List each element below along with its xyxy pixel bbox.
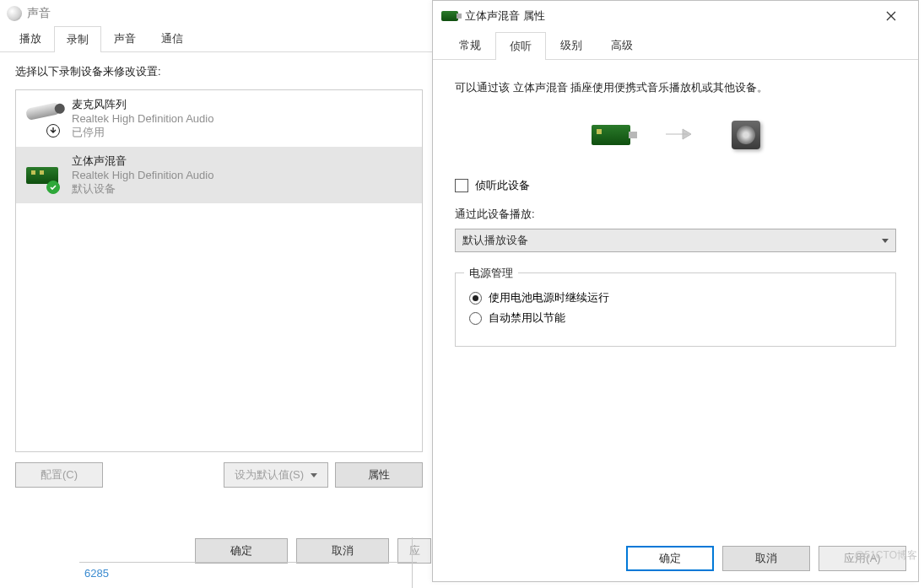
sound-buttons: 配置(C) 设为默认值(S) 属性 [15,462,423,488]
sound-titlebar: 声音 [0,0,438,27]
tab-communications[interactable]: 通信 [149,25,196,51]
stray-number: 6285 [84,567,109,580]
watermark-text: @51CTO博客 [854,548,917,563]
default-badge-icon [46,181,60,194]
play-through-select[interactable]: 默认播放设备 [455,229,896,252]
mic-array-icon [24,100,62,138]
play-through-label: 通过此设备播放: [455,207,896,222]
device-text: 立体声混音 Realtek High Definition Audio 默认设备 [72,154,213,197]
props-tabstrip: 常规 侦听 级别 高级 [433,31,918,60]
device-list[interactable]: 麦克风阵列 Realtek High Definition Audio 已停用 … [15,89,423,452]
listen-checkbox-label: 侦听此设备 [475,178,530,193]
signal-diagram [455,121,896,149]
configure-button[interactable]: 配置(C) [15,462,103,488]
sound-tabstrip: 播放 录制 声音 通信 [0,27,438,52]
device-status: 已停用 [72,125,213,140]
tab-listen[interactable]: 侦听 [495,32,546,60]
tab-levels[interactable]: 级别 [546,31,597,59]
tab-general[interactable]: 常规 [445,31,495,59]
sound-body: 选择以下录制设备来修改设置: 麦克风阵列 Realtek High Defini… [0,52,438,498]
device-desc: Realtek High Definition Audio [72,169,213,181]
listen-checkbox-row[interactable]: 侦听此设备 [455,178,896,193]
properties-button[interactable]: 属性 [335,462,423,488]
divider [412,537,413,588]
device-status: 默认设备 [72,181,213,197]
radio-disable[interactable] [469,312,482,325]
radio-continue-label: 使用电池电源时继续运行 [489,290,609,305]
power-management-legend: 电源管理 [464,266,518,281]
divider [79,562,417,563]
device-name: 立体声混音 [72,154,213,169]
set-default-button[interactable]: 设为默认值(S) [224,462,328,488]
device-item-mic[interactable]: 麦克风阵列 Realtek High Definition Audio 已停用 [16,90,422,147]
radio-disable-label: 自动禁用以节能 [489,310,565,326]
stereo-mix-icon [24,157,62,194]
sound-icon [7,6,22,21]
sound-footer: 确定 取消 应 [195,538,438,564]
tab-advanced[interactable]: 高级 [597,31,647,59]
pcb-card-icon [441,11,458,21]
speaker-icon [732,121,760,149]
sound-title: 声音 [27,6,51,21]
tab-sounds[interactable]: 声音 [101,25,149,51]
cancel-button[interactable]: 取消 [296,538,389,564]
disabled-badge-icon [46,124,60,138]
close-button[interactable] [873,4,910,28]
listen-checkbox[interactable] [455,179,468,192]
ok-button[interactable]: 确定 [626,546,714,571]
arrow-right-icon [664,126,698,145]
device-text: 麦克风阵列 Realtek High Definition Audio 已停用 [72,97,213,140]
sound-card-icon [592,125,630,145]
props-body: 可以通过该 立体声混音 插座使用便携式音乐播放机或其他设备。 侦听此设备 通过此… [433,60,918,524]
props-window: 立体声混音 属性 常规 侦听 级别 高级 可以通过该 立体声混音 插座使用便携式… [432,0,919,582]
props-title: 立体声混音 属性 [465,8,873,24]
instruction-text: 选择以下录制设备来修改设置: [15,64,423,79]
play-through-value: 默认播放设备 [462,233,528,248]
ok-button[interactable]: 确定 [195,538,288,564]
props-titlebar: 立体声混音 属性 [433,1,918,31]
radio-continue[interactable] [469,292,482,305]
power-management-fieldset: 电源管理 使用电池电源时继续运行 自动禁用以节能 [455,272,896,347]
device-item-stereo-mix[interactable]: 立体声混音 Realtek High Definition Audio 默认设备 [16,147,422,203]
device-name: 麦克风阵列 [72,97,213,112]
device-desc: Realtek High Definition Audio [72,112,213,125]
sound-window: 声音 播放 录制 声音 通信 选择以下录制设备来修改设置: 麦克风阵列 Real… [0,0,439,574]
close-icon [886,11,896,21]
radio-option-continue[interactable]: 使用电池电源时继续运行 [469,290,882,305]
tab-playback[interactable]: 播放 [7,25,54,51]
radio-option-disable[interactable]: 自动禁用以节能 [469,310,882,326]
apply-button[interactable]: 应 [397,538,431,564]
cancel-button[interactable]: 取消 [722,546,810,571]
listen-hint: 可以通过该 立体声混音 插座使用便携式音乐播放机或其他设备。 [455,80,896,95]
tab-recording[interactable]: 录制 [54,26,101,52]
